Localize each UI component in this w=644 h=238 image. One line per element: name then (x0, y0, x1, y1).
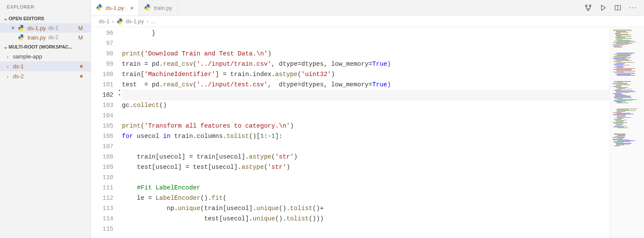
explorer-sidebar: EXPLORER ⌄ OPEN EDITORS ×ds-1.pyds-1Mtra… (0, 0, 91, 238)
chevron-right-icon: › (112, 18, 114, 24)
editor-main: ds-1.py×train.py ··· ds-1 › (91, 0, 644, 238)
tab-bar: ds-1.py×train.py ··· (91, 0, 644, 16)
explorer-title: EXPLORER (0, 0, 91, 14)
tree-folder[interactable]: ›ds-1 (0, 61, 91, 71)
svg-point-9 (589, 5, 591, 6)
editor-actions: ··· (584, 0, 644, 15)
more-icon[interactable]: ··· (629, 4, 637, 12)
tree-folder[interactable]: ›ds-2 (0, 71, 91, 81)
file-folder: ds-2 (49, 34, 58, 40)
close-icon[interactable]: × (11, 25, 15, 31)
svg-point-8 (585, 5, 587, 6)
chevron-down-icon: ⌄ (3, 44, 9, 50)
code-line[interactable]: print('Download Train and Test Data.\n') (122, 49, 610, 59)
tab-label: ds-1.py (106, 5, 124, 11)
open-editor-item[interactable]: train.pyds-2M (0, 33, 91, 42)
svg-point-7 (149, 9, 149, 9)
code-line[interactable]: train['MachineIdentifier'] = train.index… (122, 69, 610, 79)
open-editors-label: OPEN EDITORS (9, 16, 44, 21)
split-editor-icon[interactable] (614, 4, 621, 11)
run-icon[interactable] (600, 4, 607, 11)
workspace-section[interactable]: ⌄ MULTI-ROOT (WORKSPAC... (0, 42, 91, 52)
chevron-right-icon: › (7, 64, 13, 69)
svg-point-10 (587, 9, 589, 10)
minimap[interactable] (610, 27, 644, 238)
breadcrumb-more[interactable]: ... (151, 18, 156, 24)
chevron-down-icon: ⌄ (3, 15, 9, 21)
svg-point-1 (22, 30, 22, 30)
line-numbers: 96979899100101▸102▸103104105106107108109… (91, 27, 122, 238)
code-line[interactable]: print('Transform all features to categor… (122, 121, 610, 131)
code-line[interactable]: #Fit LabelEncoder (122, 183, 610, 193)
breakpoint-marker-icon: ▸ (118, 90, 121, 100)
python-file-icon (18, 24, 25, 31)
code-line[interactable] (122, 141, 610, 152)
breadcrumb-folder[interactable]: ds-1 (99, 18, 109, 24)
editor-tab[interactable]: train.py (139, 0, 178, 15)
tree-folder[interactable]: ›sample-app (0, 52, 91, 61)
workspace-label: MULTI-ROOT (WORKSPAC... (9, 44, 73, 49)
svg-point-2 (20, 35, 21, 35)
code-line[interactable]: train = pd.read_csv('../input/train.csv'… (122, 59, 610, 69)
code-line[interactable] (122, 172, 610, 183)
code-line[interactable] (122, 90, 610, 100)
code-line[interactable] (122, 38, 610, 49)
chevron-right-icon: › (7, 54, 13, 59)
modified-badge: M (78, 25, 83, 31)
code-line[interactable] (122, 224, 610, 234)
code-line[interactable]: test[usecol].unique().tolist())) (122, 214, 610, 224)
modified-dot-icon (80, 65, 83, 68)
code-line[interactable]: le = LabelEncoder().fit( (122, 193, 610, 203)
breadcrumb[interactable]: ds-1 › ds-1.py › ... (91, 16, 644, 27)
svg-point-14 (121, 23, 121, 24)
open-editors-list: ×ds-1.pyds-1Mtrain.pyds-2M (0, 23, 91, 42)
python-file-icon (144, 4, 151, 12)
file-name: train.py (27, 34, 46, 41)
code-line[interactable] (122, 110, 610, 121)
code-line[interactable]: gc.collect() (122, 100, 610, 110)
code-line[interactable]: } (122, 28, 610, 38)
breadcrumb-file[interactable]: ds-1.py (117, 18, 144, 25)
svg-point-3 (22, 39, 22, 40)
editor-tab[interactable]: ds-1.py× (91, 0, 139, 15)
chevron-right-icon: › (146, 18, 148, 24)
python-file-icon (96, 4, 103, 12)
svg-point-5 (100, 9, 100, 9)
python-file-icon (18, 34, 25, 41)
folder-tree: ›sample-app›ds-1›ds-2 (0, 52, 91, 81)
code-line[interactable]: np.unique(train[usecol].unique().tolist(… (122, 203, 610, 214)
code-line[interactable]: train[usecol] = train[usecol].astype('st… (122, 152, 610, 162)
code-content[interactable]: } print('Download Train and Test Data.\n… (122, 27, 610, 238)
chevron-right-icon: › (7, 74, 13, 79)
tab-label: train.py (154, 5, 172, 11)
modified-badge: M (78, 34, 83, 41)
compare-changes-icon[interactable] (584, 4, 592, 12)
svg-point-13 (119, 19, 119, 19)
svg-point-6 (147, 5, 147, 5)
code-editor[interactable]: 96979899100101▸102▸103104105106107108109… (91, 27, 644, 238)
folder-name: ds-2 (13, 73, 24, 79)
folder-name: sample-app (13, 53, 42, 60)
file-folder: ds-1 (49, 25, 58, 31)
code-line[interactable]: test = pd.read_csv('../input/test.csv', … (122, 79, 610, 90)
file-name: ds-1.py (27, 25, 46, 31)
code-line[interactable]: for usecol in train.columns.tolist()[1:-… (122, 131, 610, 141)
close-icon[interactable]: × (130, 4, 134, 12)
modified-dot-icon (80, 75, 83, 78)
open-editor-item[interactable]: ×ds-1.pyds-1M (0, 23, 91, 33)
folder-name: ds-1 (13, 63, 24, 70)
svg-point-4 (98, 5, 99, 5)
code-line[interactable]: test[usecol] = test[usecol].astype('str'… (122, 162, 610, 172)
open-editors-section[interactable]: ⌄ OPEN EDITORS (0, 14, 91, 23)
svg-point-0 (20, 25, 21, 26)
